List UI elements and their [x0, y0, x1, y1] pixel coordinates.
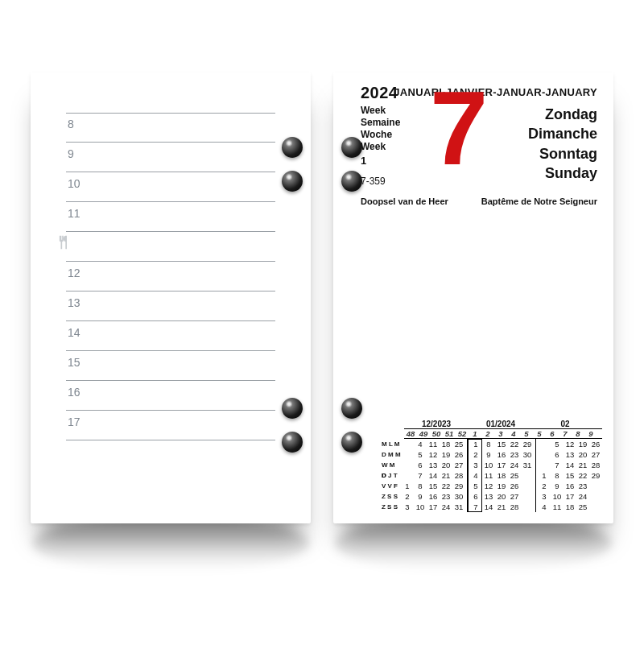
mini-day: 10 [551, 491, 564, 502]
hour-label: 11 [68, 207, 80, 220]
mini-day: 7 [469, 502, 482, 512]
mini-day [589, 502, 602, 512]
mini-day: 2 [538, 481, 551, 491]
week-number: 1 [361, 155, 400, 167]
mini-day: 13 [564, 449, 576, 460]
shadow [335, 515, 612, 572]
day-name-block: Zondag Dimanche Sonntag Sunday [528, 105, 597, 183]
hour-label: 10 [68, 177, 80, 190]
mini-day: 14 [482, 502, 495, 512]
binder-hole [282, 432, 303, 453]
hour-row: 15 [66, 351, 275, 381]
mini-day: 21 [576, 460, 589, 470]
hour-row: 17 [66, 411, 275, 440]
mini-day: 19 [495, 481, 508, 491]
mini-day: 27 [452, 460, 465, 470]
hour-label: 13 [68, 296, 80, 309]
mini-day: 10 [414, 502, 427, 512]
mini-day: 15 [495, 439, 508, 449]
mini-day: 29 [521, 439, 534, 449]
hour-row: 9 [66, 143, 275, 172]
mini-column: 22232425262728 [508, 439, 521, 512]
binder-hole [341, 171, 362, 192]
hour-row: 11 [66, 202, 275, 232]
mini-day: 18 [495, 470, 508, 481]
mini-day: 17 [564, 491, 576, 502]
mini-day [538, 439, 551, 449]
mini-day: 14 [427, 470, 440, 481]
mini-day: 28 [589, 460, 602, 470]
calendar-product-image: 891011121314151617 2024 JANUARI-JANVIER-… [0, 0, 644, 645]
mini-week-number: 1 [469, 429, 481, 438]
mini-column: 1234567 [467, 439, 482, 512]
hour-row: 16 [66, 381, 275, 411]
mini-week-number: 5 [520, 429, 533, 438]
dow-letter: W M D [382, 460, 401, 470]
mini-day [538, 460, 551, 470]
week-label: Week [361, 105, 400, 117]
day-number: 7 [430, 76, 483, 180]
mini-day: 11 [427, 439, 440, 449]
week-label: Semaine [361, 117, 400, 129]
mini-day: 22 [508, 439, 521, 449]
dow-letter: D M M [382, 449, 401, 460]
hour-row: 13 [66, 291, 275, 321]
week-label: Woche [361, 129, 400, 141]
mini-day: 22 [440, 481, 452, 491]
mini-day: 9 [414, 491, 427, 502]
mini-day: 15 [564, 470, 576, 481]
mini-day: 2 [401, 491, 414, 502]
mini-day [589, 481, 602, 491]
mini-day: 29 [589, 470, 602, 481]
mini-day [521, 481, 534, 491]
mini-day: 4 [414, 439, 427, 449]
dow-letter: M L M [382, 439, 401, 449]
binder-hole [282, 171, 303, 192]
dow-letter: V V F [382, 481, 401, 491]
binder-hole [341, 137, 362, 158]
mini-day: 20 [440, 460, 452, 470]
mini-day [401, 460, 414, 470]
mini-day: 12 [482, 481, 495, 491]
mini-columns: 1234567891011121314151617181920212223242… [401, 439, 602, 512]
mini-week-numbers: 48495051521234556789 [404, 428, 602, 439]
mini-day: 28 [452, 470, 465, 481]
mini-day: 18 [440, 439, 452, 449]
right-page: 2024 JANUARI-JANVIER-JANUAR-JANUARY Week… [333, 72, 613, 523]
holiday-name-left: Doopsel van de Heer [361, 196, 448, 206]
hour-row: 12 [66, 262, 275, 291]
binder-hole [282, 137, 303, 158]
mini-day: 18 [564, 502, 576, 512]
mini-column: 567891011 [551, 439, 564, 512]
day-name: Sunday [528, 163, 597, 183]
mini-column: 891011121314 [482, 439, 495, 512]
mini-day: 12 [564, 439, 576, 449]
mini-day [521, 470, 534, 481]
mini-day: 20 [576, 449, 589, 460]
mini-week-number: 50 [430, 429, 443, 438]
mini-week-number: 4 [507, 429, 520, 438]
hour-label: 12 [68, 267, 80, 279]
mini-day: 17 [427, 502, 440, 512]
hour-row [66, 232, 275, 262]
mini-day: 3 [401, 502, 414, 512]
mini-day: 8 [482, 439, 495, 449]
mini-day [521, 491, 534, 502]
mini-day: 26 [589, 439, 602, 449]
mini-day: 13 [482, 491, 495, 502]
mini-column: 19202122232425 [576, 439, 589, 512]
day-name: Zondag [528, 105, 597, 124]
hour-label: 15 [68, 356, 80, 369]
mini-month-labels: 12/2023 01/2024 02 [404, 420, 602, 428]
mini-day: 30 [452, 491, 465, 502]
mini-day [401, 439, 414, 449]
mini-day [538, 449, 551, 460]
mini-day: 27 [589, 449, 602, 460]
day-name: Sonntag [528, 144, 597, 163]
mini-day: 11 [482, 470, 495, 481]
hour-row: 14 [66, 321, 275, 351]
mini-day: 3 [538, 491, 551, 502]
hour-label: 14 [68, 326, 80, 339]
mini-week-number: 2 [481, 429, 494, 438]
binder-hole [341, 398, 362, 419]
